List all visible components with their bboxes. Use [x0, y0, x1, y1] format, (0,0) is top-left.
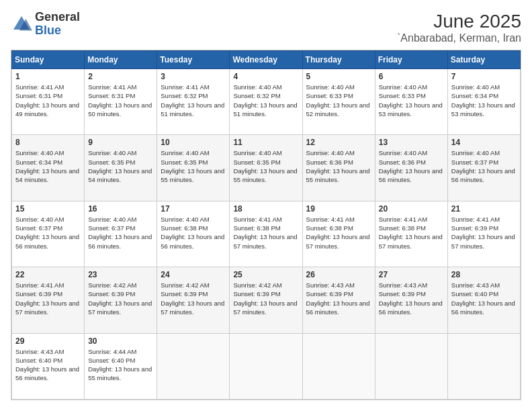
day-number: 17: [161, 204, 226, 214]
list-item: 17Sunrise: 4:40 AMSunset: 6:38 PMDayligh…: [157, 201, 230, 267]
day-number: 12: [306, 138, 371, 147]
day-detail: Sunrise: 4:42 AMSunset: 6:39 PMDaylight:…: [161, 281, 226, 316]
list-item: 25Sunrise: 4:42 AMSunset: 6:39 PMDayligh…: [230, 267, 302, 333]
logo-icon: [11, 13, 32, 35]
day-detail: Sunrise: 4:42 AMSunset: 6:39 PMDaylight:…: [233, 281, 298, 316]
day-number: 3: [161, 72, 226, 81]
list-item: [157, 333, 230, 399]
day-detail: Sunrise: 4:43 AMSunset: 6:40 PMDaylight:…: [451, 281, 517, 316]
day-number: 27: [379, 270, 444, 279]
list-item: [230, 333, 302, 399]
logo-text: General Blue: [35, 11, 80, 38]
list-item: 30Sunrise: 4:44 AMSunset: 6:40 PMDayligh…: [85, 333, 157, 399]
day-number: 28: [451, 270, 517, 279]
day-detail: Sunrise: 4:41 AMSunset: 6:39 PMDaylight:…: [451, 215, 517, 250]
day-number: 23: [88, 270, 153, 279]
header: General Blue June 2025 `Anbarabad, Kerma…: [11, 11, 521, 44]
list-item: 28Sunrise: 4:43 AMSunset: 6:40 PMDayligh…: [447, 267, 520, 333]
list-item: 9Sunrise: 4:40 AMSunset: 6:35 PMDaylight…: [85, 135, 157, 201]
list-item: 7Sunrise: 4:40 AMSunset: 6:34 PMDaylight…: [447, 69, 520, 135]
list-item: 6Sunrise: 4:40 AMSunset: 6:33 PMDaylight…: [375, 69, 447, 135]
day-number: 10: [161, 138, 226, 147]
list-item: [375, 333, 447, 399]
day-number: 15: [15, 204, 81, 214]
day-detail: Sunrise: 4:41 AMSunset: 6:38 PMDaylight:…: [233, 215, 298, 250]
day-detail: Sunrise: 4:40 AMSunset: 6:34 PMDaylight:…: [451, 83, 517, 118]
col-tuesday: Tuesday: [157, 51, 230, 69]
day-detail: Sunrise: 4:40 AMSunset: 6:34 PMDaylight:…: [15, 148, 81, 184]
header-row: Sunday Monday Tuesday Wednesday Thursday…: [12, 51, 521, 69]
list-item: 13Sunrise: 4:40 AMSunset: 6:36 PMDayligh…: [375, 135, 447, 201]
list-item: [447, 333, 520, 399]
day-number: 21: [451, 204, 517, 214]
logo-general-text: General: [35, 10, 80, 24]
day-detail: Sunrise: 4:40 AMSunset: 6:33 PMDaylight:…: [306, 83, 371, 118]
day-number: 19: [306, 204, 371, 214]
day-number: 25: [233, 270, 298, 279]
list-item: 10Sunrise: 4:40 AMSunset: 6:35 PMDayligh…: [157, 135, 230, 201]
col-saturday: Saturday: [447, 51, 520, 69]
day-detail: Sunrise: 4:41 AMSunset: 6:32 PMDaylight:…: [161, 83, 226, 118]
day-number: 26: [306, 270, 371, 279]
day-number: 4: [233, 72, 298, 81]
table-row: 15Sunrise: 4:40 AMSunset: 6:37 PMDayligh…: [12, 201, 521, 267]
day-detail: Sunrise: 4:40 AMSunset: 6:37 PMDaylight:…: [15, 215, 81, 250]
day-detail: Sunrise: 4:44 AMSunset: 6:40 PMDaylight:…: [88, 347, 153, 383]
list-item: 26Sunrise: 4:43 AMSunset: 6:39 PMDayligh…: [302, 267, 375, 333]
day-detail: Sunrise: 4:40 AMSunset: 6:36 PMDaylight:…: [306, 148, 371, 184]
day-detail: Sunrise: 4:43 AMSunset: 6:39 PMDaylight:…: [379, 281, 444, 316]
day-detail: Sunrise: 4:40 AMSunset: 6:36 PMDaylight:…: [379, 148, 444, 184]
day-number: 7: [451, 72, 517, 81]
day-detail: Sunrise: 4:41 AMSunset: 6:31 PMDaylight:…: [15, 83, 81, 118]
list-item: 11Sunrise: 4:40 AMSunset: 6:35 PMDayligh…: [230, 135, 302, 201]
list-item: 16Sunrise: 4:40 AMSunset: 6:37 PMDayligh…: [85, 201, 157, 267]
day-detail: Sunrise: 4:43 AMSunset: 6:40 PMDaylight:…: [15, 347, 81, 383]
day-number: 16: [88, 204, 153, 214]
day-number: 29: [15, 336, 81, 346]
list-item: 12Sunrise: 4:40 AMSunset: 6:36 PMDayligh…: [302, 135, 375, 201]
day-number: 5: [306, 72, 371, 81]
col-sunday: Sunday: [12, 51, 85, 69]
day-number: 13: [379, 138, 444, 147]
day-number: 30: [88, 336, 153, 346]
table-row: 1Sunrise: 4:41 AMSunset: 6:31 PMDaylight…: [12, 69, 521, 135]
list-item: 8Sunrise: 4:40 AMSunset: 6:34 PMDaylight…: [12, 135, 85, 201]
logo-blue-text: Blue: [35, 24, 61, 37]
calendar: Sunday Monday Tuesday Wednesday Thursday…: [11, 50, 521, 400]
day-number: 1: [15, 72, 81, 81]
list-item: 14Sunrise: 4:40 AMSunset: 6:37 PMDayligh…: [447, 135, 520, 201]
day-number: 11: [233, 138, 298, 147]
col-friday: Friday: [375, 51, 447, 69]
day-number: 20: [379, 204, 444, 214]
day-detail: Sunrise: 4:40 AMSunset: 6:33 PMDaylight:…: [379, 83, 444, 118]
day-detail: Sunrise: 4:43 AMSunset: 6:39 PMDaylight:…: [306, 281, 371, 316]
day-detail: Sunrise: 4:40 AMSunset: 6:35 PMDaylight:…: [161, 148, 226, 184]
page: General Blue June 2025 `Anbarabad, Kerma…: [0, 0, 532, 411]
list-item: 24Sunrise: 4:42 AMSunset: 6:39 PMDayligh…: [157, 267, 230, 333]
table-row: 22Sunrise: 4:41 AMSunset: 6:39 PMDayligh…: [12, 267, 521, 333]
list-item: 29Sunrise: 4:43 AMSunset: 6:40 PMDayligh…: [12, 333, 85, 399]
page-subtitle: `Anbarabad, Kerman, Iran: [397, 32, 521, 44]
list-item: 19Sunrise: 4:41 AMSunset: 6:38 PMDayligh…: [302, 201, 375, 267]
table-row: 29Sunrise: 4:43 AMSunset: 6:40 PMDayligh…: [12, 333, 521, 399]
day-detail: Sunrise: 4:41 AMSunset: 6:31 PMDaylight:…: [88, 83, 153, 118]
day-detail: Sunrise: 4:40 AMSunset: 6:38 PMDaylight:…: [161, 215, 226, 250]
calendar-body: 1Sunrise: 4:41 AMSunset: 6:31 PMDaylight…: [12, 69, 521, 400]
calendar-header: Sunday Monday Tuesday Wednesday Thursday…: [12, 51, 521, 69]
day-detail: Sunrise: 4:41 AMSunset: 6:38 PMDaylight:…: [379, 215, 444, 250]
list-item: 5Sunrise: 4:40 AMSunset: 6:33 PMDaylight…: [302, 69, 375, 135]
calendar-table: Sunday Monday Tuesday Wednesday Thursday…: [11, 50, 521, 400]
day-detail: Sunrise: 4:40 AMSunset: 6:35 PMDaylight:…: [233, 148, 298, 184]
list-item: [302, 333, 375, 399]
day-detail: Sunrise: 4:42 AMSunset: 6:39 PMDaylight:…: [88, 281, 153, 316]
col-wednesday: Wednesday: [230, 51, 302, 69]
list-item: 1Sunrise: 4:41 AMSunset: 6:31 PMDaylight…: [12, 69, 85, 135]
day-number: 2: [88, 72, 153, 81]
col-monday: Monday: [85, 51, 157, 69]
page-title: June 2025: [397, 11, 521, 32]
list-item: 15Sunrise: 4:40 AMSunset: 6:37 PMDayligh…: [12, 201, 85, 267]
list-item: 2Sunrise: 4:41 AMSunset: 6:31 PMDaylight…: [85, 69, 157, 135]
list-item: 22Sunrise: 4:41 AMSunset: 6:39 PMDayligh…: [12, 267, 85, 333]
day-number: 22: [15, 270, 81, 279]
col-thursday: Thursday: [302, 51, 375, 69]
